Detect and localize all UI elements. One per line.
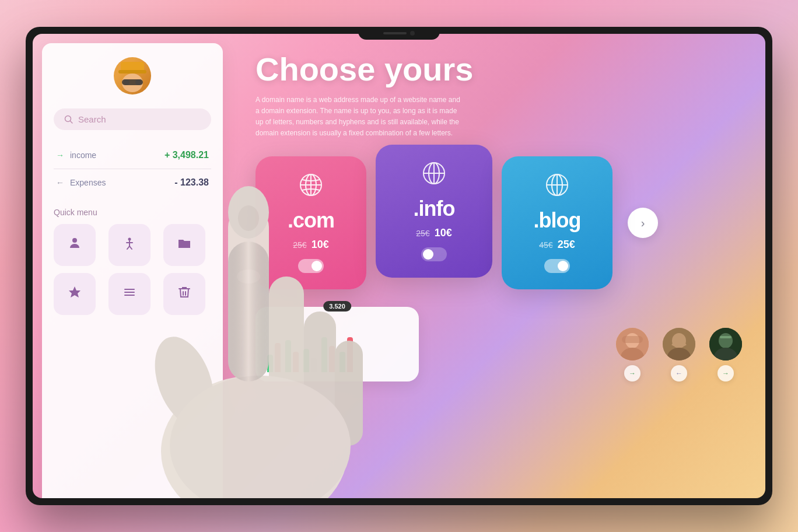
bar-green-2	[285, 340, 291, 372]
bar-gray-3	[311, 358, 317, 372]
blog-price-old: 45€	[539, 240, 552, 250]
profile-item-1: →	[616, 328, 649, 382]
bar-red-5	[347, 337, 353, 372]
info-price-new: 10€	[435, 227, 452, 239]
notch-bar	[383, 32, 407, 34]
chart-bars	[267, 326, 407, 372]
domain-cards-row: .com 25€ 10€	[256, 156, 742, 289]
bar-group-3	[303, 349, 317, 372]
expense-amount: - 123.38	[174, 177, 209, 188]
profile-item-2: ←	[663, 328, 695, 382]
hero-title: Choose yours	[256, 51, 742, 88]
profile-avatar-2	[663, 328, 695, 360]
quick-menu-star[interactable]	[54, 273, 96, 315]
svg-line-7	[71, 121, 73, 123]
star-icon	[68, 285, 82, 303]
blog-toggle-knob	[558, 261, 568, 271]
bottom-row: 3.520	[256, 307, 742, 382]
expense-item: ← Expenses - 123.38	[54, 169, 211, 196]
income-arrow: →	[56, 150, 64, 160]
monitor-notch	[358, 27, 440, 40]
svg-rect-1	[118, 70, 146, 74]
hero-section: Choose yours A domain name is a web addr…	[256, 51, 742, 156]
search-bar[interactable]: Search	[54, 108, 211, 130]
blog-toggle[interactable]	[544, 259, 570, 273]
blog-price-new: 25€	[558, 239, 575, 251]
globe-icon-info	[422, 161, 446, 191]
bar-red-1	[275, 343, 281, 372]
profile-item-3: →	[709, 328, 742, 382]
info-price-old: 25€	[416, 229, 429, 238]
svg-rect-33	[622, 336, 643, 343]
info-toggle[interactable]	[421, 247, 447, 261]
com-price-old: 25€	[293, 240, 306, 250]
avatar-container	[54, 57, 211, 94]
quick-menu-folder[interactable]	[163, 224, 205, 266]
svg-point-8	[72, 238, 77, 243]
domain-card-com[interactable]: .com 25€ 10€	[256, 156, 366, 289]
stats-card: 3.520	[256, 307, 419, 382]
domain-card-info[interactable]: .info 25€ 10€	[376, 145, 492, 278]
profile-avatar-3	[709, 328, 742, 360]
com-toggle[interactable]	[298, 259, 324, 273]
svg-rect-40	[720, 336, 732, 338]
com-price-new: 10€	[312, 239, 329, 251]
profile-action-2[interactable]: ←	[671, 365, 687, 382]
profile-action-1[interactable]: →	[624, 365, 640, 382]
bar-group-1	[267, 343, 281, 372]
income-amount: + 3,498.21	[164, 150, 209, 160]
quick-menu-figure[interactable]	[108, 224, 150, 266]
camera-dot	[410, 31, 415, 36]
avatars-row: → ←	[616, 328, 742, 382]
expense-arrow: ←	[56, 178, 64, 187]
next-button[interactable]: ›	[628, 208, 658, 238]
main-content: Choose yours A domain name is a web addr…	[232, 34, 765, 498]
folder-icon	[177, 236, 191, 254]
quick-menu-person[interactable]	[54, 224, 96, 266]
svg-point-38	[719, 333, 733, 348]
expense-label: Expenses	[70, 178, 169, 187]
com-toggle-container[interactable]	[298, 259, 324, 273]
blog-pricing: 45€ 25€	[539, 239, 575, 251]
income-label: income	[70, 150, 159, 160]
monitor-frame: Search → income + 3,498.21 ← Expenses - …	[26, 27, 772, 505]
list-icon	[123, 285, 136, 303]
quick-menu-list[interactable]	[108, 273, 150, 315]
quick-menu-section: Quick menu	[54, 208, 211, 315]
blog-ext: .blog	[534, 208, 581, 233]
info-toggle-knob	[423, 249, 433, 260]
profile-action-3[interactable]: →	[718, 365, 734, 382]
search-icon	[64, 115, 74, 124]
svg-point-9	[128, 238, 131, 241]
income-item: → income + 3,498.21	[54, 142, 211, 169]
trash-icon	[177, 285, 191, 303]
info-pricing: 25€ 10€	[416, 227, 452, 239]
search-placeholder: Search	[78, 114, 201, 124]
bar-green-5	[340, 352, 345, 372]
bar-group-2	[285, 340, 299, 372]
bar-red-2	[293, 352, 299, 372]
stats-badge: 3.520	[323, 301, 351, 312]
com-toggle-knob	[312, 261, 322, 271]
finance-section: → income + 3,498.21 ← Expenses - 123.38	[54, 142, 211, 196]
bar-group-5	[340, 337, 353, 372]
quick-menu-grid	[54, 224, 211, 315]
svg-point-4	[124, 79, 130, 85]
domain-card-blog[interactable]: .blog 45€ 25€	[502, 156, 612, 289]
bar-red-4	[329, 346, 335, 372]
svg-line-13	[130, 246, 132, 249]
com-pricing: 25€ 10€	[293, 239, 328, 251]
svg-marker-14	[69, 286, 80, 298]
blog-toggle-container[interactable]	[544, 259, 570, 273]
figure-icon	[123, 236, 136, 254]
svg-point-5	[135, 79, 141, 85]
profile-avatar-1	[616, 328, 649, 360]
quick-menu-trash[interactable]	[163, 273, 205, 315]
com-ext: .com	[288, 208, 334, 233]
info-toggle-container[interactable]	[421, 247, 447, 261]
globe-icon-blog	[545, 173, 569, 202]
bar-green-3	[303, 349, 309, 372]
screen: Search → income + 3,498.21 ← Expenses - …	[33, 34, 765, 498]
avatar	[114, 57, 151, 94]
bar-green-4	[321, 337, 327, 372]
